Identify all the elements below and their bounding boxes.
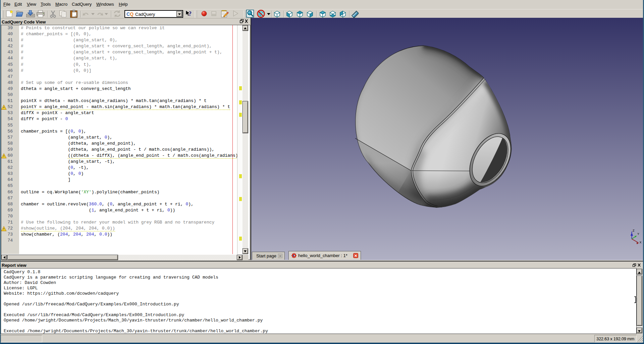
svg-text:X: X — [640, 241, 642, 244]
svg-text:?: ? — [189, 10, 192, 17]
svg-text:Y: Y — [637, 232, 639, 236]
svg-text:Z: Z — [633, 229, 635, 232]
